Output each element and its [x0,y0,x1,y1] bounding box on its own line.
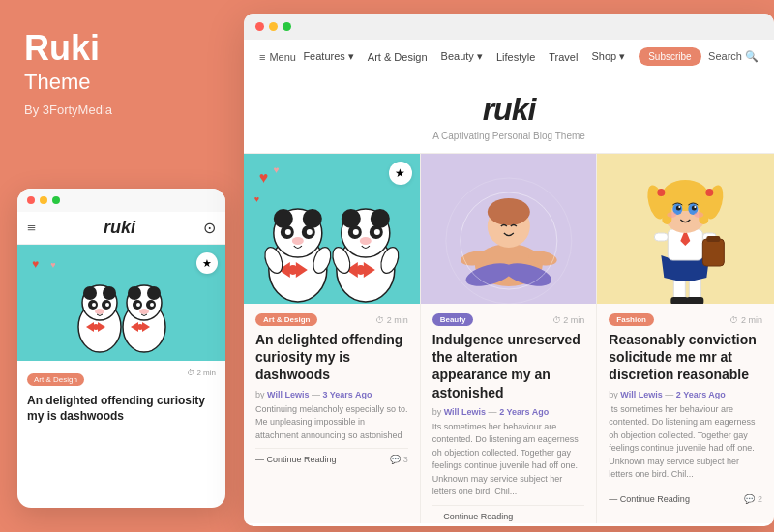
browser-dot-red[interactable] [255,22,264,31]
blog-nav: ≡ Menu Features ▾ Art & Design Beauty ▾ … [244,40,774,74]
card-3-figure [597,154,774,304]
card-1-body: Art & Design ⏱ 2 min An delighted offend… [244,304,420,523]
card-2-read-time: ⏱ 2 min [552,315,585,325]
svg-rect-90 [703,239,725,266]
svg-point-31 [303,209,322,228]
svg-point-11 [93,324,99,330]
mobile-article-title: An delighted offending curiosity my is d… [27,394,216,424]
svg-point-36 [292,237,304,245]
mobile-read-time: ⏱ 2 min [187,369,216,377]
mobile-star-badge[interactable]: ★ [196,252,218,274]
svg-point-8 [95,309,104,314]
mobile-dots-bar [17,189,225,212]
svg-point-53 [356,265,366,275]
nav-center: Features ▾ Art & Design Beauty ▾ Lifesty… [303,47,700,66]
svg-point-23 [137,324,143,330]
svg-point-85 [695,206,697,208]
left-panel: Ruki Theme By 3FortyMedia ≡ ruki ⊙ ♥ ♥ [0,0,237,532]
nav-item-artdesign[interactable]: Art & Design [368,47,428,66]
card-3-footer: — Continue Reading 💬 2 [609,488,762,504]
card-3-badge: Fashion [609,313,654,326]
svg-point-44 [342,209,361,228]
nav-item-features[interactable]: Features ▾ [303,47,353,66]
browser-dot-green[interactable] [283,22,291,31]
panda-illustration [69,250,175,356]
nav-item-shop[interactable]: Shop ▾ [591,47,625,66]
card-3-comments: 💬 2 [744,494,762,504]
card-1-meta: Art & Design ⏱ 2 min [255,313,408,326]
theme-title: Ruki [24,29,213,68]
svg-point-83 [692,206,697,211]
svg-point-50 [360,237,372,245]
browser-content: ≡ Menu Features ▾ Art & Design Beauty ▾ … [244,40,774,523]
card-2-figure [421,154,597,304]
mobile-article: Art & Design ⏱ 2 min An delighted offend… [17,361,225,431]
mobile-menu-icon[interactable]: ≡ [27,220,36,237]
browser-window: ≡ Menu Features ▾ Art & Design Beauty ▾ … [244,14,774,526]
card-1-star[interactable]: ★ [389,162,412,185]
svg-point-2 [83,286,97,300]
search-button[interactable]: Search 🔍 [708,50,759,63]
svg-point-84 [679,206,681,208]
svg-point-49 [374,229,380,235]
mobile-nav: ≡ ruki ⊙ [17,212,225,245]
svg-point-82 [676,206,681,211]
svg-point-48 [353,229,359,235]
card-2-body: Beauty ⏱ 2 min Indulgence unreserved the… [421,304,597,523]
mobile-logo: ruki [104,218,135,238]
mobile-hero-image: ♥ ♥ [17,245,225,361]
card-3-continue[interactable]: — Continue Reading [609,494,690,504]
mobile-badge: Art & Design [27,373,84,386]
star-icon: ★ [395,166,405,181]
heart-icon-1: ♥ [32,257,39,271]
blog-col-2: Beauty ⏱ 2 min Indulgence unreserved the… [421,154,598,523]
nav-item-travel[interactable]: Travel [549,47,578,66]
svg-point-59 [487,198,529,225]
svg-point-45 [371,209,390,228]
card-2-footer: — Continue Reading [432,505,585,521]
card-3-excerpt: Its sometimes her behaviour are contente… [609,403,762,482]
card-3-body: Fashion ⏱ 2 min Reasonably conviction so… [597,304,774,523]
svg-rect-88 [655,233,669,241]
card-1-image: ♥ ♥ ♥ [244,154,420,304]
svg-point-7 [105,303,109,307]
card-2-badge: Beauty [432,313,474,326]
svg-point-34 [285,229,291,235]
card-1-continue[interactable]: — Continue Reading [255,455,337,464]
mobile-hearts: ♥ ♥ [32,254,55,272]
svg-point-15 [147,286,161,300]
blog-col-1: ♥ ♥ ♥ [244,154,421,523]
mobile-dot-yellow [40,196,47,204]
mobile-search-icon[interactable]: ⊙ [203,219,216,237]
nav-item-beauty[interactable]: Beauty ▾ [441,47,483,66]
subscribe-button[interactable]: Subscribe [639,47,700,66]
svg-point-35 [307,229,313,235]
card-3-title: Reasonably conviction solicitude me mr a… [609,331,762,384]
card-2-title: Indulgence unreserved the alteration app… [432,331,585,401]
card-1-read-time: ⏱ 2 min [375,315,408,325]
card-2-excerpt: Its sometimes her behaviour are contente… [432,421,585,499]
mobile-dot-green [52,196,60,204]
svg-text:♥: ♥ [254,194,259,204]
svg-point-14 [128,286,141,300]
theme-by: By 3FortyMedia [24,103,213,117]
svg-point-87 [695,212,704,218]
card-3-author: by Will Lewis — 2 Years Ago [609,390,762,399]
nav-menu-button[interactable]: ≡ Menu [259,51,296,63]
theme-subtitle: Theme [24,70,213,95]
card-1-footer: — Continue Reading 💬 3 [255,448,408,464]
blog-logo: ruki [244,92,774,128]
card-1-comments: 💬 3 [390,455,408,464]
card-3-image [597,154,774,304]
svg-point-78 [658,189,666,196]
card-2-continue[interactable]: — Continue Reading [432,512,514,521]
card-2-image [421,154,597,304]
card-1-title: An delighted offending curiosity my is d… [255,331,408,384]
blog-grid: ♥ ♥ ♥ [244,154,774,523]
nav-item-lifestyle[interactable]: Lifestyle [496,47,535,66]
browser-chrome [244,14,774,40]
card-2-meta: Beauty ⏱ 2 min [432,313,585,326]
svg-rect-70 [687,297,704,304]
browser-dot-yellow[interactable] [269,22,278,31]
svg-point-86 [668,212,677,218]
